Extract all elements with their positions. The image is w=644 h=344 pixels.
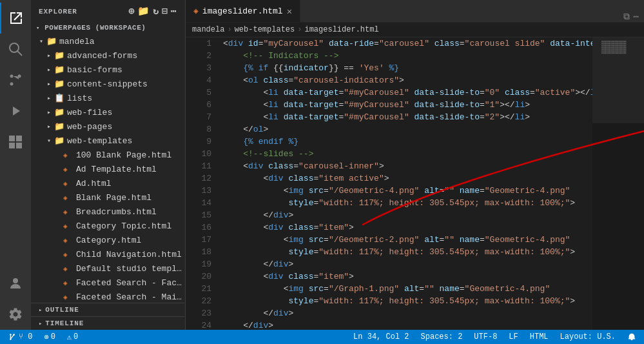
tab-imageslider[interactable]: ◈ imageslider.html ✕ [186, 0, 300, 22]
code-editor[interactable]: <div id="myCarousel" data-ride="carousel… [217, 37, 592, 330]
mandela-label: mandela [59, 37, 95, 46]
tab-close-button[interactable]: ✕ [287, 6, 292, 17]
new-folder-icon[interactable]: 📁 [137, 5, 150, 17]
web-templates-arrow: ▾ [44, 137, 54, 145]
sidebar-header-icons: ⊕ 📁 ↻ ⊟ ⋯ [128, 5, 177, 17]
editor-area: ◈ imageslider.html ✕ ⧉ ⋯ mandela › web-t… [186, 0, 644, 330]
layout-status[interactable]: Layout: U.S. [558, 332, 618, 341]
mandela-folder-icon: 📁 [46, 36, 57, 46]
new-file-icon[interactable]: ⊕ [128, 5, 135, 17]
sidebar: EXPLORER ⊕ 📁 ↻ ⊟ ⋯ ▾ POWERPAGES (WORKSPA… [31, 0, 186, 330]
default-studio-icon: ◈ [63, 265, 73, 273]
bell-icon [627, 332, 636, 341]
encoding-status[interactable]: UTF-8 [471, 332, 500, 341]
lists-arrow: ▸ [44, 94, 54, 102]
git-status[interactable]: ⑂ 0 [5, 332, 35, 341]
sidebar-item-faceted-main[interactable]: ◈ Faceted Search - Main Template.html [31, 290, 185, 303]
tabs-bar: ◈ imageslider.html ✕ ⧉ ⋯ [186, 0, 644, 23]
sidebar-item-child-navigation[interactable]: ◈ Child Navigation.html [31, 247, 185, 261]
ad-template-icon: ◈ [63, 165, 73, 174]
workspace-label[interactable]: ▾ POWERPAGES (WORKSPACE) [31, 23, 185, 34]
sidebar-item-breadcrumbs[interactable]: ◈ Breadcrumbs.html [31, 205, 185, 219]
sidebar-item-mandela[interactable]: ▾ 📁 mandela [31, 34, 185, 48]
100-blank-icon: ◈ [63, 151, 73, 159]
ad-template-label: Ad Template.html [76, 165, 157, 174]
web-pages-label: web-pages [67, 122, 112, 132]
spaces-label: Spaces: 2 [421, 332, 463, 341]
sidebar-item-100-blank[interactable]: ◈ 100 Blank Page.html [31, 148, 185, 162]
ad-label: Ad.html [76, 179, 112, 188]
search-activity-icon[interactable] [0, 34, 31, 65]
breadcrumb: mandela › web-templates › imageslider.ht… [186, 23, 644, 37]
sidebar-item-category[interactable]: ◈ Category.html [31, 233, 185, 247]
timeline-section[interactable]: ▸ TIMELINE [31, 316, 185, 330]
category-topic-label: Category Topic.html [76, 221, 171, 231]
sidebar-item-faceted-facets[interactable]: ◈ Faceted Search - Facets Template.... [31, 276, 185, 290]
sidebar-item-content-snippets[interactable]: ▸ 📁 content-snippets [31, 77, 185, 91]
child-navigation-label: Child Navigation.html [76, 250, 182, 259]
warnings-status[interactable]: ⚠ 0 [64, 332, 81, 342]
faceted-main-label: Faceted Search - Main Template.html [76, 292, 185, 302]
statusbar-right: Ln 34, Col 2 Spaces: 2 UTF-8 LF HTML Lay… [351, 332, 639, 341]
tab-label: imageslider.html [202, 6, 283, 16]
svg-point-9 [13, 278, 18, 283]
more-tabs-icon[interactable]: ⋯ [634, 11, 639, 22]
breadcrumb-mandela[interactable]: mandela [192, 25, 224, 34]
content-snippets-label: content-snippets [67, 79, 148, 89]
sidebar-item-blank-page[interactable]: ◈ Blank Page.html [31, 190, 185, 205]
sidebar-item-category-topic[interactable]: ◈ Category Topic.html [31, 219, 185, 233]
sidebar-item-web-templates[interactable]: ▾ 📁 web-templates [31, 134, 185, 148]
web-templates-icon: 📁 [54, 136, 64, 146]
accounts-activity-icon[interactable] [0, 268, 31, 299]
sidebar-content: ▾ 📁 mandela ▸ 📁 advanced-forms ▸ 📁 basic… [31, 34, 185, 303]
100-blank-label: 100 Blank Page.html [76, 150, 171, 160]
sidebar-item-web-files[interactable]: ▸ 📁 web-files [31, 105, 185, 119]
more-actions-icon[interactable]: ⋯ [171, 5, 177, 17]
extensions-activity-icon[interactable] [0, 126, 31, 157]
warning-icon: ⚠ [67, 332, 72, 342]
spaces-status[interactable]: Spaces: 2 [418, 332, 465, 341]
editor-wrapper: 12345 678910 1112131415 1617181920 21222… [186, 37, 644, 330]
position-label: Ln 34, Col 2 [353, 332, 409, 341]
split-editor-icon[interactable]: ⧉ [623, 12, 630, 22]
sidebar-item-advanced-forms[interactable]: ▸ 📁 advanced-forms [31, 48, 185, 63]
sidebar-item-ad[interactable]: ◈ Ad.html [31, 176, 185, 190]
timeline-label: TIMELINE [45, 319, 84, 327]
refresh-icon[interactable]: ↻ [153, 5, 159, 17]
svg-line-1 [17, 51, 22, 56]
breadcrumb-web-templates[interactable]: web-templates [235, 25, 295, 34]
sidebar-item-default-studio[interactable]: ◈ Default studio template.html [31, 261, 185, 276]
language-status[interactable]: HTML [527, 332, 551, 341]
category-label: Category.html [76, 236, 141, 245]
basic-forms-icon: 📁 [54, 65, 64, 75]
sidebar-item-lists[interactable]: ▸ 📋 lists [31, 91, 185, 105]
eol-status[interactable]: LF [506, 332, 520, 341]
cursor-position[interactable]: Ln 34, Col 2 [351, 332, 411, 341]
outline-section[interactable]: ▸ OUTLINE [31, 303, 185, 316]
breadcrumb-imageslider: imageslider.html [304, 25, 378, 34]
faceted-facets-icon: ◈ [63, 279, 73, 287]
basic-forms-arrow: ▸ [44, 66, 54, 74]
statusbar-left: ⑂ 0 ⊗ 0 ⚠ 0 [5, 332, 81, 342]
sidebar-item-basic-forms[interactable]: ▸ 📁 basic-forms [31, 63, 185, 77]
svg-rect-8 [16, 143, 22, 148]
feedback-icon[interactable] [625, 332, 639, 341]
layout-label: Layout: U.S. [560, 332, 616, 341]
category-topic-icon: ◈ [63, 222, 73, 230]
errors-status[interactable]: ⊗ 0 [41, 332, 57, 342]
git-branch-label: ⑂ 0 [19, 332, 32, 341]
sidebar-item-web-pages[interactable]: ▸ 📁 web-pages [31, 119, 185, 134]
source-control-activity-icon[interactable] [0, 65, 31, 96]
language-label: HTML [530, 332, 549, 341]
explorer-activity-icon[interactable] [0, 3, 31, 34]
ad-icon: ◈ [63, 179, 73, 188]
child-navigation-icon: ◈ [63, 250, 73, 259]
breadcrumb-sep-2: › [297, 25, 302, 34]
run-activity-icon[interactable] [0, 96, 31, 126]
category-icon: ◈ [63, 236, 73, 245]
encoding-label: UTF-8 [474, 332, 497, 341]
sidebar-item-ad-template[interactable]: ◈ Ad Template.html [31, 162, 185, 176]
collapse-icon[interactable]: ⊟ [162, 5, 168, 17]
settings-activity-icon[interactable] [0, 299, 31, 330]
svg-rect-5 [9, 136, 15, 141]
